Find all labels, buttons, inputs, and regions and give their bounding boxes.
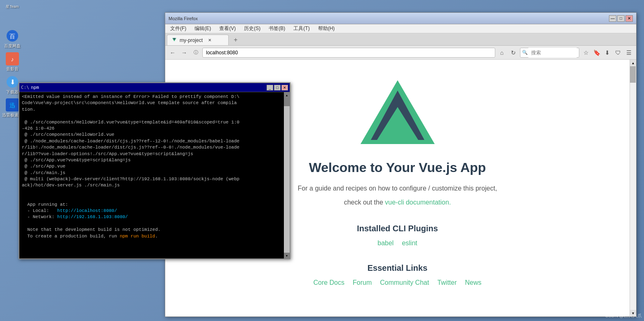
npm-run-build: npm run build xyxy=(120,234,155,239)
plugins-list: babel eslint xyxy=(377,240,417,247)
essential-links-title: Essential Links xyxy=(368,263,428,273)
news-link[interactable]: News xyxy=(465,279,482,286)
vue-logo xyxy=(356,76,439,150)
downloader-icon: ⬇ xyxy=(6,75,19,88)
menu-view[interactable]: 查看(V) xyxy=(216,24,239,33)
scrollbar-track xyxy=(630,66,636,310)
core-docs-link[interactable]: Core Docs xyxy=(313,279,344,286)
vue-description-2: check out the vue-cli documentation. xyxy=(344,198,451,207)
shield-icon[interactable]: 🛡 xyxy=(613,48,623,58)
baidu-icon: 百 xyxy=(6,29,19,42)
menu-history[interactable]: 历史(S) xyxy=(241,24,264,33)
menu-help[interactable]: 帮助(H) xyxy=(315,24,338,33)
vue-welcome-title: Welcome to Your Vue.js App xyxy=(309,160,486,175)
terminal-minimize[interactable]: _ xyxy=(267,85,273,91)
toolbar-icons: ☆ 🔖 ⬇ 🛡 ☰ xyxy=(581,48,634,58)
terminal-icon: C:\ xyxy=(21,85,29,90)
terminal-titlebar: C:\ npm _ □ ✕ xyxy=(19,83,290,92)
svg-text:迅: 迅 xyxy=(9,102,15,109)
star-icon[interactable]: ☆ xyxy=(581,48,591,58)
menu-file[interactable]: 文件(F) xyxy=(167,24,190,33)
home-button[interactable]: ⌂ xyxy=(497,48,507,58)
terminal-scroll-track xyxy=(284,98,290,253)
terminal-scroll-up[interactable]: ▲ xyxy=(284,92,290,98)
refresh-button[interactable]: ↻ xyxy=(508,48,518,58)
terminal-body-container: <Emitted value instead of an instance of… xyxy=(19,92,290,258)
network-url: http://192.168.1.103:8080/ xyxy=(57,214,128,219)
info-button[interactable]: ⓘ xyxy=(191,48,201,58)
browser-titlebar: Mozilla Firefox — □ ✕ xyxy=(165,13,636,24)
back-button[interactable]: ← xyxy=(168,48,178,58)
community-chat-link[interactable]: Community Chat xyxy=(380,279,429,286)
browser-menubar: 文件(F) 编辑(E) 查看(V) 历史(S) 书签(B) 工具(T) 帮助(H… xyxy=(165,24,636,33)
installed-plugins-title: Installed CLI Plugins xyxy=(357,224,438,233)
browser-scrollbar[interactable]: ▲ ▼ xyxy=(630,60,636,316)
svg-text:♪: ♪ xyxy=(11,56,14,63)
terminal-scroll-down[interactable]: ▼ xyxy=(284,253,290,258)
terminal-window: C:\ npm _ □ ✕ <Emitted value instead of … xyxy=(19,82,290,259)
browser-tabbar: my-project ✕ + xyxy=(165,33,636,46)
svg-text:百: 百 xyxy=(9,33,15,40)
browser-addressbar: ← → ⓘ ⌂ ↻ 🔍 ☆ 🔖 ⬇ 🛡 ☰ xyxy=(165,46,636,60)
maximize-button[interactable]: □ xyxy=(617,15,625,22)
download-icon[interactable]: ⬇ xyxy=(602,48,612,58)
babel-link[interactable]: babel xyxy=(377,240,393,247)
media-icon-label: 音影音 xyxy=(6,66,19,72)
terminal-title-text: npm xyxy=(31,85,39,90)
terminal-controls: _ □ ✕ xyxy=(267,85,288,91)
desktop-icon-label-team: 星Team xyxy=(6,4,19,9)
browser-titlebar-text: Mozilla Firefox xyxy=(169,16,198,21)
media-icon: ♪ xyxy=(6,52,19,65)
baidu-icon-label: 百度网盘 xyxy=(4,43,21,49)
search-icon: 🔍 xyxy=(522,50,528,55)
terminal-body: <Emitted value instead of an instance of… xyxy=(19,92,284,258)
desc-line1: For a guide and recipes on how to config… xyxy=(298,185,497,192)
terminal-output: <Emitted value instead of an instance of… xyxy=(22,94,281,246)
forum-link[interactable]: Forum xyxy=(353,279,372,286)
tab-close-button[interactable]: ✕ xyxy=(207,37,213,43)
more-icon[interactable]: ☰ xyxy=(624,48,634,58)
bookmark-icon[interactable]: 🔖 xyxy=(592,48,602,58)
csdn-watermark: CSDN @巨大八爪 xyxy=(605,313,642,319)
terminal-scroll-thumb[interactable] xyxy=(284,98,290,106)
tab-label: my-project xyxy=(180,37,203,43)
terminal-close[interactable]: ✕ xyxy=(281,85,288,91)
close-button[interactable]: ✕ xyxy=(625,15,633,22)
svg-text:⬇: ⬇ xyxy=(10,79,15,86)
minimize-button[interactable]: — xyxy=(609,15,616,22)
search-input[interactable] xyxy=(528,48,577,58)
forward-button[interactable]: → xyxy=(179,48,189,58)
twitter-link[interactable]: Twitter xyxy=(437,279,457,286)
terminal-title: C:\ npm xyxy=(21,85,39,90)
new-tab-button[interactable]: + xyxy=(230,35,241,45)
tab-vue-logo-icon xyxy=(171,37,177,43)
desktop-icon-media[interactable]: ♪ 音影音 xyxy=(1,52,24,72)
menu-bookmarks[interactable]: 书签(B) xyxy=(265,24,288,33)
address-input[interactable] xyxy=(202,48,495,58)
menu-edit[interactable]: 编辑(E) xyxy=(191,24,214,33)
local-url: http://localhost:8080/ xyxy=(57,208,117,213)
terminal-scrollbar[interactable]: ▲ ▼ xyxy=(284,92,290,258)
eslint-link[interactable]: eslint xyxy=(402,240,417,247)
desktop: 星Team 百 百度网盘 ♪ 音影音 xyxy=(0,0,644,321)
active-tab[interactable]: my-project ✕ xyxy=(167,35,229,45)
terminal-maximize[interactable]: □ xyxy=(274,85,281,91)
essential-links-list: Core Docs Forum Community Chat Twitter N… xyxy=(313,279,481,286)
scrollbar-up[interactable]: ▲ xyxy=(630,60,636,66)
desktop-icon-baidu[interactable]: 百 百度网盘 xyxy=(1,29,24,49)
vue-logo-container xyxy=(356,76,439,152)
scrollbar-thumb[interactable] xyxy=(630,66,636,83)
window-controls: — □ ✕ xyxy=(609,15,633,22)
menu-tools[interactable]: 工具(T) xyxy=(290,24,313,33)
vue-cli-link[interactable]: vue-cli documentation. xyxy=(385,199,451,206)
vue-description: For a guide and recipes on how to config… xyxy=(298,184,497,193)
thunder-icon: 迅 xyxy=(6,98,19,112)
downloader-icon-label: 下载器 xyxy=(6,89,19,95)
desc-line2: check out the xyxy=(344,199,383,206)
